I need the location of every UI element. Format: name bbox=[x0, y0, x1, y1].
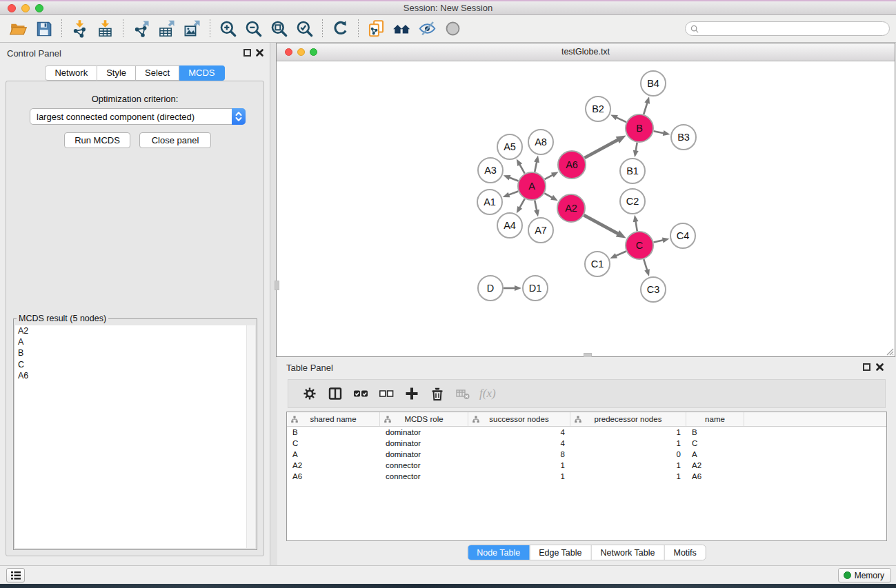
tab-select[interactable]: Select bbox=[136, 65, 179, 81]
vertical-scroll-thumb[interactable] bbox=[275, 281, 279, 290]
table-panel: Table Panel bbox=[277, 357, 896, 565]
close-panel-icon[interactable] bbox=[255, 48, 264, 57]
memory-button[interactable]: Memory bbox=[838, 568, 891, 582]
zoom-fit-button[interactable] bbox=[266, 18, 292, 40]
graph-edge-A2-C[interactable] bbox=[584, 215, 619, 234]
import-table-button[interactable] bbox=[92, 18, 118, 40]
column-settings-button[interactable] bbox=[297, 382, 322, 405]
graph-edge-A-A6[interactable] bbox=[545, 174, 554, 179]
float-table-panel-icon[interactable] bbox=[863, 363, 870, 371]
graph-edge-C-C1[interactable] bbox=[615, 251, 626, 256]
first-neighbors-button[interactable] bbox=[389, 18, 415, 40]
tab-mcds[interactable]: MCDS bbox=[179, 65, 224, 81]
network-close-button[interactable] bbox=[285, 48, 292, 56]
task-history-button[interactable] bbox=[6, 568, 25, 582]
network-canvas[interactable]: B4B2BB3A5A8A6A3B1AA1C2A2A4A7C4CC1DD1C3 bbox=[277, 62, 895, 356]
export-table-button[interactable] bbox=[154, 18, 179, 40]
zoom-in-button[interactable] bbox=[215, 18, 241, 40]
tab-style[interactable]: Style bbox=[97, 65, 136, 81]
close-window-button[interactable] bbox=[8, 4, 16, 12]
graph-edge-arrowhead bbox=[662, 238, 670, 243]
table-cell: B bbox=[287, 428, 380, 436]
float-panel-icon[interactable] bbox=[243, 49, 251, 57]
table-panel-title: Table Panel bbox=[286, 363, 333, 373]
delete-column-button[interactable] bbox=[424, 382, 450, 405]
column-header-predecessor-nodes[interactable]: predecessor nodes bbox=[570, 412, 686, 426]
tab-network[interactable]: Network bbox=[45, 65, 97, 81]
column-header-mcds-role[interactable]: MCDS role bbox=[380, 412, 468, 426]
graph-node-label: A4 bbox=[504, 220, 516, 231]
deselect-all-button[interactable] bbox=[373, 382, 399, 405]
graph-edge-C-C3[interactable] bbox=[644, 259, 647, 271]
graph-edge-A-A8[interactable] bbox=[535, 161, 537, 172]
double-home-icon bbox=[392, 19, 411, 38]
search-input[interactable] bbox=[701, 23, 889, 34]
zoom-window-button[interactable] bbox=[35, 4, 43, 12]
save-session-button[interactable] bbox=[31, 18, 57, 40]
refresh-button[interactable] bbox=[328, 18, 353, 40]
graph-node-label: A6 bbox=[566, 159, 578, 170]
column-header-shared-name[interactable]: shared name bbox=[287, 412, 380, 426]
column-header-name[interactable]: name bbox=[686, 412, 744, 426]
close-table-panel-icon[interactable] bbox=[875, 362, 884, 371]
open-session-button[interactable] bbox=[6, 18, 31, 40]
result-item[interactable]: A bbox=[15, 336, 255, 347]
graph-edge-B-B1[interactable] bbox=[635, 143, 637, 152]
zoom-selected-button[interactable] bbox=[292, 18, 317, 40]
table-row[interactable]: Cdominator41C bbox=[287, 438, 886, 449]
table-row[interactable]: A2connector11A2 bbox=[287, 460, 886, 471]
function-builder-button[interactable]: f(x) bbox=[475, 387, 496, 401]
table-row[interactable]: Adominator80A bbox=[287, 449, 886, 460]
graph-edge-arrowhead bbox=[534, 156, 539, 163]
column-header-successor-nodes[interactable]: successor nodes bbox=[468, 412, 570, 426]
result-item[interactable]: C bbox=[15, 359, 255, 370]
result-list-scrollbar[interactable] bbox=[246, 325, 255, 548]
export-image-button[interactable] bbox=[179, 18, 205, 40]
graph-edge-A-A3[interactable] bbox=[508, 177, 518, 181]
graph-edge-A-A5[interactable] bbox=[519, 163, 525, 173]
result-item[interactable]: A2 bbox=[15, 325, 255, 336]
table-row[interactable]: A6connector11A6 bbox=[287, 471, 886, 482]
tab-motifs[interactable]: Motifs bbox=[664, 545, 705, 560]
mcds-result-list: A2ABCA6 bbox=[15, 325, 255, 548]
tab-node-table[interactable]: Node Table bbox=[468, 545, 529, 560]
tab-network-table[interactable]: Network Table bbox=[591, 545, 664, 560]
graph-edge-A-A4[interactable] bbox=[519, 199, 525, 208]
import-network-button[interactable] bbox=[67, 18, 92, 40]
column-layout-button[interactable] bbox=[322, 382, 348, 405]
delete-table-button[interactable] bbox=[450, 382, 475, 405]
clone-network-button[interactable] bbox=[364, 18, 389, 40]
criterion-dropdown[interactable]: largest connected component (directed) bbox=[30, 108, 246, 125]
graph-edge-A-A1[interactable] bbox=[508, 191, 518, 195]
graph-node-label: A1 bbox=[484, 196, 496, 207]
table-cell: 1 bbox=[468, 472, 570, 480]
show-all-button[interactable] bbox=[440, 18, 466, 40]
add-column-button[interactable] bbox=[399, 382, 424, 405]
graph-edge-A-A7[interactable] bbox=[535, 201, 537, 212]
result-item[interactable]: A6 bbox=[15, 370, 255, 381]
graph-edge-C-C4[interactable] bbox=[653, 240, 664, 242]
tab-edge-table[interactable]: Edge Table bbox=[529, 545, 590, 560]
network-window-titlebar[interactable]: testGlobe.txt bbox=[277, 43, 895, 61]
hide-selected-button[interactable] bbox=[415, 18, 440, 40]
graph-edge-B-B3[interactable] bbox=[654, 131, 665, 133]
select-all-button[interactable] bbox=[348, 382, 373, 405]
result-item[interactable]: B bbox=[15, 347, 255, 358]
zoom-out-button[interactable] bbox=[241, 18, 266, 40]
network-zoom-button[interactable] bbox=[310, 48, 317, 56]
export-network-button[interactable] bbox=[128, 18, 154, 40]
close-panel-button[interactable]: Close panel bbox=[139, 132, 211, 148]
resize-grip[interactable] bbox=[884, 346, 894, 356]
table-row[interactable]: Bdominator41B bbox=[287, 427, 886, 438]
graph-edge-A-A2[interactable] bbox=[544, 193, 553, 198]
graph-node-label: D bbox=[487, 283, 494, 294]
network-minimize-button[interactable] bbox=[297, 48, 305, 56]
minimize-window-button[interactable] bbox=[21, 4, 30, 12]
graph-edge-A6-B[interactable] bbox=[584, 139, 619, 158]
graph-edge-B-B2[interactable] bbox=[615, 117, 626, 122]
graph-edge-B-B4[interactable] bbox=[644, 102, 648, 114]
toolbar-separator bbox=[322, 19, 323, 39]
run-mcds-button[interactable]: Run MCDS bbox=[64, 132, 130, 148]
search-icon bbox=[690, 25, 699, 33]
graph-edge-C-C2[interactable] bbox=[635, 221, 637, 232]
